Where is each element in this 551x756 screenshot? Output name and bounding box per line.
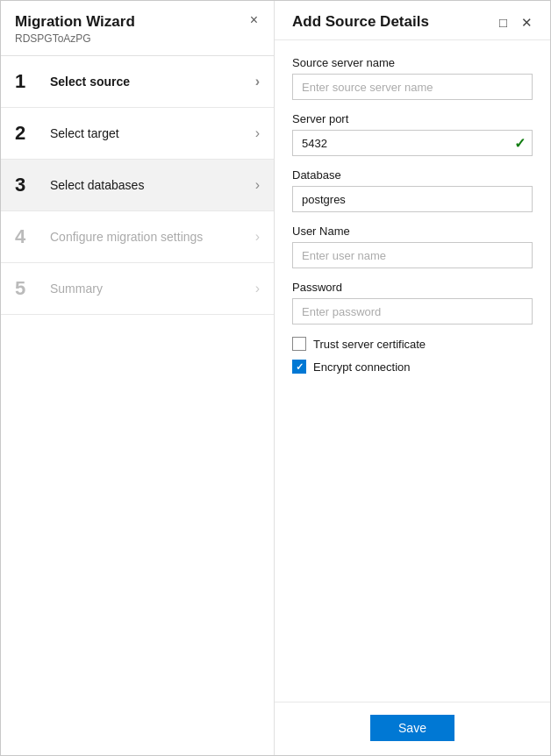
encrypt-connection-group: Encrypt connection bbox=[292, 360, 533, 374]
step-4-arrow: › bbox=[255, 229, 260, 245]
step-4-number: 4 bbox=[15, 227, 39, 246]
steps-list: 1 Select source › 2 Select target › 3 Se… bbox=[1, 56, 274, 315]
form-body: Source server name Server port ✓ Databas… bbox=[275, 40, 550, 702]
server-port-input[interactable] bbox=[292, 130, 533, 156]
step-3-label: Select databases bbox=[50, 178, 248, 192]
right-header-icons: □ ✕ bbox=[496, 14, 536, 31]
password-input[interactable] bbox=[292, 298, 533, 325]
wizard-close-button[interactable]: × bbox=[248, 13, 260, 27]
left-panel: Migration Wizard RDSPGToAzPG × 1 Select … bbox=[1, 1, 275, 755]
database-input[interactable] bbox=[292, 186, 533, 212]
server-port-group: Server port ✓ bbox=[292, 112, 533, 156]
password-group: Password bbox=[292, 281, 533, 325]
step-2-arrow: › bbox=[255, 125, 260, 141]
step-2[interactable]: 2 Select target › bbox=[1, 108, 274, 160]
step-2-number: 2 bbox=[15, 124, 39, 143]
database-group: Database bbox=[292, 168, 533, 212]
save-button[interactable]: Save bbox=[370, 715, 454, 741]
step-1-arrow: › bbox=[255, 74, 260, 89]
source-server-name-group: Source server name bbox=[292, 56, 533, 100]
encrypt-connection-checkbox[interactable] bbox=[292, 360, 306, 374]
step-2-label: Select target bbox=[50, 126, 248, 140]
step-1-number: 1 bbox=[15, 72, 39, 91]
username-label: User Name bbox=[292, 225, 533, 238]
username-group: User Name bbox=[292, 225, 533, 268]
wizard-title-group: Migration Wizard RDSPGToAzPG bbox=[15, 13, 135, 45]
source-server-name-label: Source server name bbox=[292, 56, 533, 69]
step-3[interactable]: 3 Select databases › bbox=[1, 160, 274, 211]
step-3-arrow: › bbox=[255, 177, 260, 193]
right-header: Add Source Details □ ✕ bbox=[275, 1, 550, 40]
source-server-name-input[interactable] bbox=[292, 74, 533, 100]
maximize-button[interactable]: □ bbox=[496, 14, 511, 31]
password-label: Password bbox=[292, 281, 533, 294]
encrypt-connection-label[interactable]: Encrypt connection bbox=[313, 360, 411, 374]
right-panel: Add Source Details □ ✕ Source server nam… bbox=[275, 1, 550, 755]
server-port-input-wrapper: ✓ bbox=[292, 130, 533, 156]
right-footer: Save bbox=[275, 702, 550, 755]
username-input[interactable] bbox=[292, 242, 533, 268]
step-5-number: 5 bbox=[15, 279, 39, 298]
step-5: 5 Summary › bbox=[1, 263, 274, 315]
wizard-subtitle: RDSPGToAzPG bbox=[15, 32, 135, 45]
port-valid-icon: ✓ bbox=[514, 135, 526, 152]
trust-cert-group: Trust server certificate bbox=[292, 337, 533, 351]
step-3-number: 3 bbox=[15, 175, 39, 195]
left-header: Migration Wizard RDSPGToAzPG × bbox=[1, 1, 274, 56]
step-4-label: Configure migration settings bbox=[50, 230, 248, 244]
right-panel-title: Add Source Details bbox=[292, 13, 429, 31]
trust-cert-label[interactable]: Trust server certificate bbox=[313, 338, 426, 351]
step-4: 4 Configure migration settings › bbox=[1, 211, 274, 263]
trust-cert-checkbox[interactable] bbox=[292, 337, 306, 351]
step-5-arrow: › bbox=[255, 281, 260, 296]
step-1-label: Select source bbox=[50, 75, 248, 89]
step-1[interactable]: 1 Select source › bbox=[1, 56, 274, 108]
server-port-label: Server port bbox=[292, 112, 533, 125]
database-label: Database bbox=[292, 168, 533, 182]
step-5-label: Summary bbox=[50, 282, 248, 296]
panel-close-button[interactable]: ✕ bbox=[518, 14, 536, 31]
wizard-title: Migration Wizard bbox=[15, 13, 135, 31]
